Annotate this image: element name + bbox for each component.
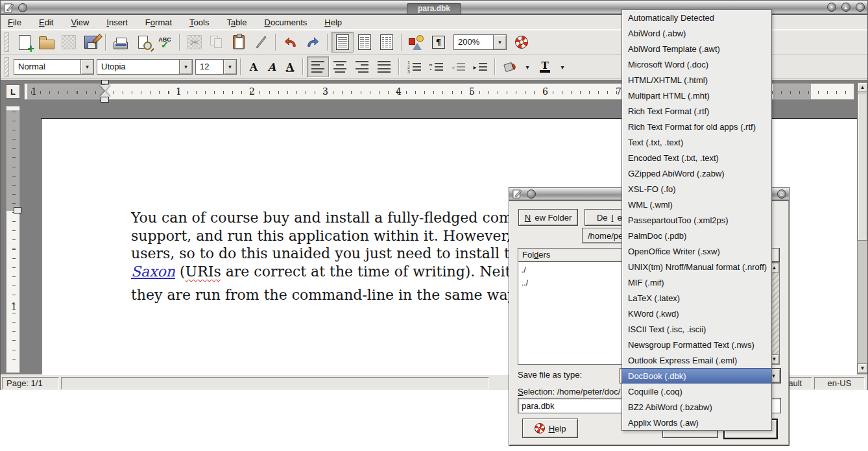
new-document-button[interactable]: + bbox=[14, 32, 36, 53]
format-option[interactable]: WML (.wml) bbox=[622, 197, 771, 212]
paste-button[interactable] bbox=[228, 32, 250, 53]
help-button[interactable]: Help bbox=[522, 419, 578, 438]
menu-help[interactable]: Help bbox=[324, 18, 342, 27]
format-option[interactable]: GZipped AbiWord (.zabw) bbox=[622, 165, 771, 181]
menu-documents[interactable]: Documents bbox=[265, 18, 307, 27]
stylus-button[interactable] bbox=[250, 32, 272, 53]
menu-file[interactable]: File bbox=[8, 18, 21, 27]
menu-table[interactable]: Table bbox=[226, 18, 247, 27]
font-dropdown-button[interactable]: ▾ bbox=[179, 59, 193, 75]
style-value[interactable]: Normal bbox=[14, 59, 81, 75]
format-option[interactable]: ISCII Text (.isc, .iscii) bbox=[622, 321, 771, 337]
menu-insert[interactable]: Insert bbox=[106, 18, 128, 27]
save-as-button[interactable] bbox=[80, 32, 102, 53]
format-option[interactable]: XSL-FO (.fo) bbox=[622, 181, 771, 197]
format-option[interactable]: BZ2 AbiWord (.bzabw) bbox=[622, 399, 771, 415]
menu-edit[interactable]: Edit bbox=[39, 18, 53, 27]
align-center-button[interactable] bbox=[329, 56, 351, 77]
view-three-columns-button[interactable] bbox=[376, 32, 398, 53]
format-option[interactable]: Text (.txt, .text) bbox=[622, 134, 771, 150]
align-right-button[interactable] bbox=[351, 56, 373, 77]
indent-marker-top-icon[interactable] bbox=[100, 85, 110, 91]
format-option[interactable]: UNIX(tm) Nroff/Manual format (.nroff) bbox=[622, 259, 771, 274]
view-two-columns-button[interactable] bbox=[354, 32, 376, 53]
window-menu-button[interactable] bbox=[527, 189, 536, 199]
indent-marker-bottom-icon[interactable] bbox=[100, 91, 110, 97]
redo-button[interactable] bbox=[302, 32, 324, 53]
text-color-button[interactable]: T bbox=[534, 56, 556, 77]
show-formatting-marks-button[interactable]: ¶ bbox=[428, 32, 450, 53]
format-option[interactable]: LaTeX (.latex) bbox=[622, 290, 771, 306]
ruler-number: 6 bbox=[542, 86, 548, 97]
help-button[interactable] bbox=[511, 32, 533, 53]
print-button[interactable] bbox=[110, 32, 132, 53]
format-option[interactable]: PalmDoc (.pdb) bbox=[622, 228, 771, 243]
close-icon[interactable]: ⊘ bbox=[777, 189, 786, 199]
numbered-list-button[interactable]: 123 bbox=[403, 56, 425, 77]
increase-indent-button[interactable]: ▸ bbox=[469, 56, 491, 77]
top-margin-marker[interactable] bbox=[14, 207, 21, 213]
toolbar-grip[interactable] bbox=[5, 57, 9, 77]
bulleted-list-button[interactable]: ••• bbox=[425, 56, 447, 77]
minimize-icon[interactable]: ▾ bbox=[827, 3, 836, 12]
zoom-dropdown-button[interactable]: ▾ bbox=[493, 34, 507, 50]
insert-graphic-button[interactable] bbox=[405, 32, 428, 53]
scroll-down-icon[interactable]: ▼ bbox=[858, 363, 867, 373]
format-option[interactable]: Newsgroup Formatted Text (.nws) bbox=[622, 337, 771, 352]
format-option[interactable]: Coquille (.coq) bbox=[622, 384, 771, 399]
toolbar-grip[interactable] bbox=[5, 32, 9, 52]
format-option[interactable]: MIF (.mif) bbox=[622, 274, 771, 290]
align-left-button[interactable] bbox=[307, 56, 329, 77]
format-option[interactable]: HTML/XHTML (.html) bbox=[622, 72, 771, 88]
scroll-up-icon[interactable]: ▲ bbox=[858, 82, 867, 92]
new-folder-button[interactable]: New Folder bbox=[518, 209, 578, 226]
font-size-dropdown-button[interactable]: ▾ bbox=[223, 59, 237, 75]
italic-icon: A bbox=[268, 61, 276, 73]
scrollbar-thumb[interactable] bbox=[858, 93, 867, 241]
zoom-value[interactable]: 200% bbox=[453, 34, 494, 50]
font-value[interactable]: Utopia bbox=[97, 59, 180, 75]
format-option[interactable]: OpenOffice Writer (.sxw) bbox=[622, 243, 771, 259]
vertical-ruler[interactable]: 1 bbox=[6, 106, 20, 373]
highlight-color-dropdown[interactable]: ▾ bbox=[521, 56, 534, 77]
text-color-dropdown[interactable]: ▾ bbox=[556, 56, 569, 77]
format-option[interactable]: DocBook (.dbk) bbox=[622, 368, 771, 384]
maximize-icon[interactable]: ▴ bbox=[841, 3, 850, 12]
highlight-color-button[interactable] bbox=[499, 56, 521, 77]
align-justify-button[interactable] bbox=[373, 56, 395, 77]
status-language-indicator[interactable]: en-US bbox=[814, 377, 865, 389]
style-dropdown-button[interactable]: ▾ bbox=[80, 59, 94, 75]
format-option[interactable]: Applix Words (.aw) bbox=[622, 415, 771, 430]
italic-button[interactable]: A bbox=[263, 56, 281, 77]
format-option[interactable]: AbiWord (.abw) bbox=[622, 25, 771, 41]
format-option[interactable]: AbiWord Template (.awt) bbox=[622, 41, 771, 56]
window-menu-button[interactable] bbox=[18, 3, 27, 12]
first-line-indent-marker[interactable] bbox=[101, 80, 109, 84]
close-icon[interactable]: ⊘ bbox=[856, 3, 865, 12]
format-option[interactable]: Outlook Express Email (.eml) bbox=[622, 352, 771, 368]
menu-tools[interactable]: Tools bbox=[189, 18, 209, 27]
menu-format[interactable]: Format bbox=[145, 18, 172, 27]
bold-button[interactable]: A bbox=[245, 56, 263, 77]
format-option[interactable]: Multipart HTML (.mht) bbox=[622, 88, 771, 103]
format-option[interactable]: Microsoft Word (.doc) bbox=[622, 56, 771, 72]
format-option[interactable]: Automatically Detected bbox=[622, 10, 771, 25]
menu-view[interactable]: View bbox=[71, 18, 89, 27]
underline-button[interactable]: A bbox=[281, 56, 299, 77]
open-button[interactable] bbox=[36, 32, 58, 53]
format-option[interactable]: PassepartoutToo (.xml2ps) bbox=[622, 212, 771, 228]
format-option[interactable]: Rich Text Format (.rtf) bbox=[622, 103, 771, 119]
left-indent-marker[interactable] bbox=[101, 97, 109, 103]
vertical-scrollbar[interactable]: ▲ ▼ bbox=[857, 82, 867, 374]
undo-button[interactable] bbox=[280, 32, 302, 53]
view-normal-button[interactable] bbox=[332, 32, 354, 53]
spellcheck-button[interactable]: ABC✓ bbox=[154, 32, 176, 53]
print-preview-button[interactable] bbox=[132, 32, 154, 53]
font-size-value[interactable]: 12 bbox=[195, 59, 224, 75]
format-option[interactable]: Encoded Text (.txt, .text) bbox=[622, 150, 771, 165]
format-option[interactable]: Rich Text Format for old apps (.rtf) bbox=[622, 119, 771, 134]
tab-stop-selector[interactable]: L bbox=[6, 84, 20, 99]
ruler-number: 1 bbox=[31, 86, 37, 97]
format-option[interactable]: KWord (.kwd) bbox=[622, 306, 771, 321]
hyperlink-saxon[interactable]: Saxon bbox=[131, 263, 175, 280]
